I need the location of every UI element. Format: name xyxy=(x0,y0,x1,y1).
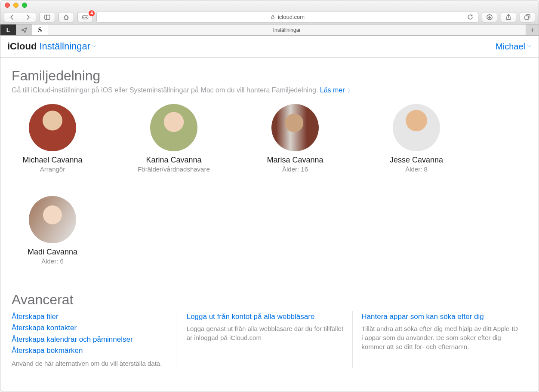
advanced-columns: Återskapa filer Återskapa kontakter Åter… xyxy=(12,311,527,368)
account-menu[interactable]: Michael ﹀ xyxy=(496,42,532,52)
restore-contacts-link[interactable]: Återskapa kontakter xyxy=(12,322,169,334)
sidebar-icon xyxy=(44,14,51,21)
member-name: Michael Cavanna xyxy=(12,156,93,165)
learn-more-label: Läs mer xyxy=(320,86,345,94)
advanced-col-restore: Återskapa filer Återskapa kontakter Åter… xyxy=(12,311,178,368)
chevron-down-icon: ﹀ xyxy=(92,43,97,50)
manage-lookup-link[interactable]: Hantera appar som kan söka efter dig xyxy=(361,311,519,322)
chevron-left-icon xyxy=(9,14,15,21)
lookup-description: Tillåt andra att söka efter dig med hjäl… xyxy=(361,324,519,351)
notification-badge: 4 xyxy=(89,10,95,16)
section-title-family: Familjedelning xyxy=(12,68,527,84)
tab-title: Inställningar xyxy=(273,27,301,33)
pinned-tab-l[interactable]: L xyxy=(0,24,16,35)
pinned-tab-plane[interactable] xyxy=(16,24,32,35)
account-name: Michael xyxy=(496,42,525,52)
home-button[interactable] xyxy=(59,12,74,22)
advanced-col-signout: Logga ut från kontot på alla webbläsare … xyxy=(178,311,353,368)
address-host: icloud.com xyxy=(278,14,305,20)
avatar xyxy=(29,196,76,243)
pinned-tab-s[interactable]: S xyxy=(32,24,48,35)
icloud-brand[interactable]: iCloud xyxy=(7,41,37,52)
family-member[interactable]: Karina Cavanna Förälder/vårdnadshavare xyxy=(133,104,215,173)
nav-back-forward xyxy=(4,12,36,22)
restore-calendars-link[interactable]: Återskapa kalendrar och påminnelser xyxy=(12,334,169,345)
share-button[interactable] xyxy=(501,12,516,22)
member-name: Jesse Cavanna xyxy=(376,156,457,165)
ellipsis-circle-icon xyxy=(82,14,89,21)
restore-description: Använd de här alternativen om du vill åt… xyxy=(12,359,169,368)
advanced-section: Avancerat Återskapa filer Återskapa kont… xyxy=(12,283,527,368)
svg-rect-2 xyxy=(82,15,88,19)
svg-rect-6 xyxy=(271,17,274,19)
member-name: Karina Cavanna xyxy=(133,156,215,165)
chevron-right-icon xyxy=(25,14,31,21)
signout-description: Logga genast ut från alla webbläsare där… xyxy=(187,324,344,342)
member-role: Ålder: 16 xyxy=(254,165,336,173)
member-role: Ålder: 8 xyxy=(376,165,457,173)
sidebar-toggle-button[interactable] xyxy=(40,12,55,22)
family-member[interactable]: Marisa Cavanna Ålder: 16 xyxy=(254,104,336,173)
avatar xyxy=(271,104,319,151)
svg-rect-0 xyxy=(45,15,50,19)
window-titlebar xyxy=(0,0,539,10)
advanced-col-lookup: Hantera appar som kan söka efter dig Til… xyxy=(352,311,527,368)
family-member[interactable]: Jesse Cavanna Ålder: 8 xyxy=(376,104,457,173)
forward-button[interactable] xyxy=(20,12,36,22)
svg-point-5 xyxy=(86,17,86,17)
minimize-window-button[interactable] xyxy=(13,3,18,8)
new-tab-button[interactable]: + xyxy=(526,24,539,35)
section-subtitle-family: Gå till iCloud-inställningar på iOS elle… xyxy=(12,86,527,95)
site-settings-button[interactable]: 4 xyxy=(77,12,93,22)
breadcrumb-label: Inställningar xyxy=(39,41,90,52)
family-members-grid: Michael Cavanna Arrangör Karina Cavanna … xyxy=(12,104,527,265)
avatar xyxy=(393,104,440,151)
share-icon xyxy=(505,14,512,21)
show-tabs-button[interactable] xyxy=(520,12,535,22)
family-sharing-section: Familjedelning Gå till iCloud-inställnin… xyxy=(12,68,527,265)
page-content: Familjedelning Gå till iCloud-inställnin… xyxy=(0,58,539,368)
breadcrumb-settings[interactable]: Inställningar ﹀ xyxy=(39,41,97,52)
restore-files-link[interactable]: Återskapa filer xyxy=(12,311,169,322)
avatar xyxy=(29,104,76,151)
member-role: Förälder/vårdnadshavare xyxy=(133,165,215,173)
browser-toolbar: 4 icloud.com xyxy=(0,10,539,24)
tab-active[interactable]: Inställningar xyxy=(48,24,526,35)
close-window-button[interactable] xyxy=(5,3,10,8)
tabs-icon xyxy=(524,14,531,21)
svg-point-4 xyxy=(85,17,85,17)
tab-strip: L S Inställningar + xyxy=(0,24,539,36)
signout-all-link[interactable]: Logga ut från kontot på alla webbläsare xyxy=(187,311,344,322)
member-name: Marisa Cavanna xyxy=(254,156,336,165)
member-name: Madi Cavanna xyxy=(12,248,93,257)
svg-rect-9 xyxy=(525,16,529,19)
member-role: Ålder: 6 xyxy=(12,257,93,265)
zoom-window-button[interactable] xyxy=(22,3,27,8)
avatar xyxy=(150,104,197,151)
restore-bookmarks-link[interactable]: Återskapa bokmärken xyxy=(12,345,169,356)
icloud-header: iCloud Inställningar ﹀ Michael ﹀ xyxy=(0,36,539,58)
family-member[interactable]: Madi Cavanna Ålder: 6 xyxy=(12,196,93,265)
back-button[interactable] xyxy=(4,12,20,22)
traffic-lights xyxy=(5,3,27,8)
address-bar[interactable]: icloud.com xyxy=(96,12,478,23)
reload-icon xyxy=(467,14,474,21)
downloads-button[interactable] xyxy=(482,12,497,22)
airplane-icon xyxy=(21,27,28,34)
download-icon xyxy=(486,14,493,21)
svg-point-3 xyxy=(83,17,84,17)
learn-more-link[interactable]: Läs mer 〉 xyxy=(320,86,353,94)
reload-button[interactable] xyxy=(467,14,474,21)
house-icon xyxy=(63,14,70,21)
section-title-advanced: Avancerat xyxy=(12,292,527,308)
chevron-right-icon: 〉 xyxy=(348,88,353,94)
family-help-text: Gå till iCloud-inställningar på iOS elle… xyxy=(12,86,320,94)
member-role: Arrangör xyxy=(12,165,93,173)
chevron-down-icon: ﹀ xyxy=(527,43,532,50)
family-member[interactable]: Michael Cavanna Arrangör xyxy=(12,104,93,173)
lock-icon xyxy=(270,15,275,20)
